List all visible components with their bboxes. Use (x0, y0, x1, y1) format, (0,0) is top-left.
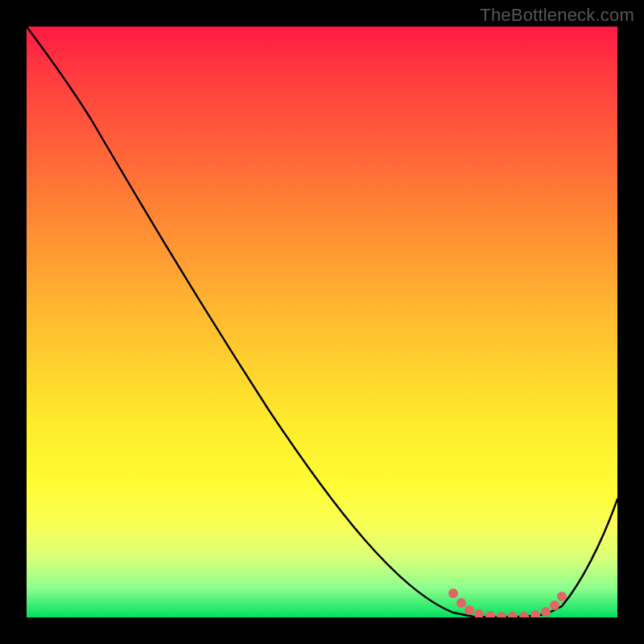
svg-point-11 (557, 592, 567, 601)
svg-point-3 (474, 609, 484, 617)
svg-point-6 (508, 612, 518, 617)
curve-layer (27, 27, 617, 617)
chart-frame: TheBottleneck.com (0, 0, 644, 644)
optimal-band-markers (448, 588, 567, 617)
svg-point-9 (541, 607, 551, 617)
svg-point-2 (464, 605, 474, 615)
svg-point-7 (519, 612, 529, 617)
svg-point-4 (485, 611, 495, 617)
svg-point-8 (530, 610, 540, 617)
svg-point-10 (550, 601, 559, 610)
svg-point-1 (456, 598, 466, 608)
watermark-text: TheBottleneck.com (480, 5, 634, 26)
svg-point-0 (448, 588, 458, 598)
svg-point-5 (497, 612, 506, 617)
bottleneck-curve (27, 27, 617, 617)
plot-area (27, 27, 617, 617)
